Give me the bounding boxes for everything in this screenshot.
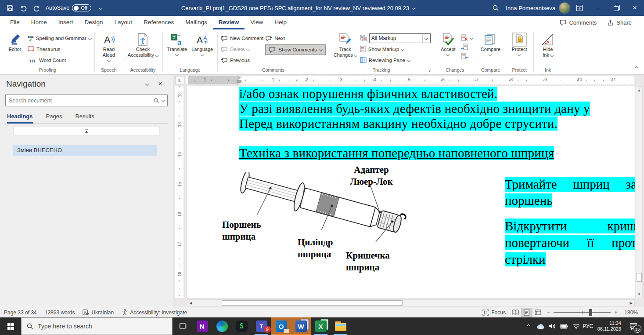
delete-comment-button[interactable]: Delete (221, 44, 263, 54)
thesaurus-button[interactable]: Thesaurus (28, 44, 91, 54)
navigation-close-icon[interactable]: × (154, 80, 167, 88)
accessibility-status[interactable]: Accessibility: Investigate (118, 309, 191, 316)
scroll-right-icon[interactable]: ▶ (628, 300, 634, 306)
tab-insert[interactable]: Insert (53, 16, 79, 29)
comments-button[interactable]: Comments (555, 19, 601, 26)
show-comments-button[interactable]: Show Comments (265, 44, 326, 55)
reject-button[interactable] (461, 33, 473, 42)
tab-view[interactable]: View (245, 16, 269, 29)
clock[interactable]: 11:34 06.11.2023 (594, 320, 625, 332)
read-mode-button[interactable] (510, 308, 521, 317)
minimize-button[interactable]: – (589, 0, 607, 16)
previous-change-button[interactable] (461, 43, 473, 51)
volume-icon[interactable] (547, 317, 558, 335)
zoom-out-icon[interactable]: − (547, 309, 550, 316)
horizontal-scrollbar[interactable]: ◀ ▶ (187, 299, 635, 306)
track-changes-button[interactable]: Track Changes (332, 31, 358, 67)
tab-mailings[interactable]: Mailings (180, 16, 213, 29)
navigation-search-box[interactable] (5, 95, 168, 106)
zoom-in-icon[interactable]: + (614, 309, 618, 316)
user-name[interactable]: Inna Pomerantseva (506, 5, 555, 11)
scroll-down-icon[interactable]: ▼ (636, 291, 642, 298)
title-chevron-icon[interactable] (412, 6, 415, 9)
ribbon-display-options-icon[interactable] (570, 0, 589, 16)
restore-button[interactable] (607, 0, 626, 16)
quick-access-dropdown-icon[interactable] (94, 0, 107, 16)
taskbar-app-outlook[interactable]: O (271, 317, 291, 335)
wifi-icon[interactable] (570, 317, 582, 335)
search-icon[interactable] (489, 0, 502, 16)
language-indicator[interactable]: РУС (582, 317, 594, 335)
tab-home[interactable]: Home (25, 16, 53, 29)
action-center-button[interactable]: 15 (625, 317, 642, 335)
show-markup-button[interactable]: Show Markup (360, 44, 431, 54)
protect-button[interactable]: Protect (508, 31, 530, 67)
word-count-indicator[interactable]: 12863 words (41, 310, 79, 316)
battery-icon[interactable] (558, 317, 570, 335)
search-options-chevron-icon[interactable] (162, 99, 165, 102)
page-indicator[interactable]: Page 33 of 34 (0, 310, 41, 316)
navigation-dropdown-icon[interactable] (140, 83, 154, 85)
vertical-scrollbar[interactable]: ▲ ▼ (636, 86, 643, 298)
word-count-button[interactable]: ———123 Word Count (28, 55, 91, 65)
print-layout-button[interactable] (521, 308, 532, 317)
taskbar-app-onenote[interactable]: N (192, 317, 212, 335)
nav-tab-headings[interactable]: Headings (7, 113, 33, 124)
tab-review[interactable]: Review (213, 16, 245, 29)
scroll-up-icon[interactable]: ▲ (636, 87, 642, 94)
tab-layout[interactable]: Layout (109, 16, 138, 29)
taskbar-app-edge[interactable] (212, 317, 232, 335)
tab-selector[interactable]: L (175, 76, 184, 84)
taskbar-search-box[interactable] (21, 317, 173, 335)
taskbar-app-file-explorer[interactable] (331, 317, 350, 335)
reviewing-pane-button[interactable]: Reviewing Pane (360, 55, 431, 65)
web-layout-button[interactable] (532, 308, 544, 317)
scroll-left-icon[interactable]: ◀ (187, 300, 194, 306)
taskbar-app-teams[interactable]: T 9 (252, 317, 271, 335)
taskbar-app-word[interactable]: W (291, 317, 311, 335)
accept-button[interactable]: Accept (437, 31, 459, 67)
tray-expand-icon[interactable] (523, 317, 535, 335)
nav-tab-results[interactable]: Results (75, 113, 94, 123)
collapse-ribbon-icon[interactable] (635, 64, 638, 71)
vertical-scroll-thumb[interactable] (637, 273, 642, 282)
autosave-toggle[interactable]: AutoSave Off (46, 4, 91, 11)
navigation-search-input[interactable] (9, 98, 151, 104)
taskbar-app-excel[interactable]: X (311, 317, 331, 335)
zoom-level[interactable]: 180% (620, 310, 644, 316)
zoom-slider[interactable]: − + (547, 309, 618, 316)
indent-marker[interactable] (237, 76, 241, 83)
language-button[interactable]: AA Language (190, 31, 214, 67)
redo-icon[interactable] (30, 0, 43, 16)
onedrive-icon[interactable] (535, 317, 547, 335)
markup-mode-select[interactable]: All Markup (360, 33, 431, 43)
translate-button[interactable]: a Translate (166, 31, 188, 67)
horizontal-scroll-thumb[interactable] (222, 300, 403, 306)
zoom-thumb[interactable] (589, 309, 592, 316)
undo-icon[interactable] (17, 0, 30, 16)
taskbar-app-s[interactable]: S (232, 317, 252, 335)
avatar[interactable] (559, 2, 570, 14)
spelling-grammar-button[interactable]: abc✓ Spelling and Grammar (28, 33, 91, 43)
hide-ink-button[interactable]: Hide Ink (537, 31, 559, 67)
taskbar-search-input[interactable] (38, 323, 167, 330)
tab-design[interactable]: Design (79, 16, 109, 29)
focus-mode-button[interactable]: Focus (479, 310, 510, 316)
heading-item[interactable]: Зміни ВНЕСЕНО (13, 145, 157, 156)
tab-references[interactable]: References (138, 16, 180, 29)
read-aloud-button[interactable]: A ReadAloud (98, 31, 120, 67)
headings-top-bar[interactable] (13, 127, 160, 135)
proofing-status[interactable]: Ukrainian (79, 310, 118, 316)
new-comment-button[interactable]: New Comment (221, 33, 263, 43)
document-page[interactable]: і/або ознак порушення фізичних властивос… (187, 86, 635, 298)
next-comment-button[interactable]: Next (265, 33, 326, 43)
close-button[interactable]: × (626, 0, 644, 16)
previous-comment-button[interactable]: Previous (221, 55, 263, 65)
next-change-button[interactable] (461, 52, 473, 60)
tab-help[interactable]: Help (269, 16, 292, 29)
save-icon[interactable] (4, 0, 17, 16)
share-button[interactable]: Share (603, 19, 636, 26)
start-button[interactable] (0, 317, 21, 335)
check-accessibility-button[interactable]: Check Accessibility (126, 31, 159, 67)
compare-button[interactable]: Compare (479, 31, 502, 67)
